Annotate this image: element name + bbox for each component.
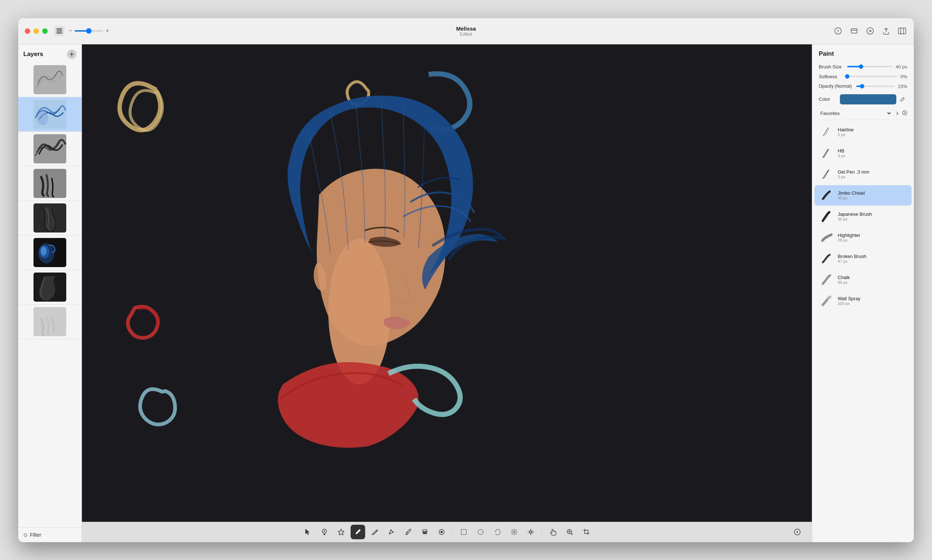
hb-brush-name: HB — [838, 148, 906, 154]
dropper-tool-button[interactable] — [401, 525, 415, 539]
fullscreen-button[interactable] — [42, 28, 48, 34]
zoom-slider[interactable]: − + — [69, 28, 109, 34]
softness-thumb — [845, 74, 849, 78]
svg-rect-4 — [851, 29, 857, 33]
svg-point-35 — [903, 111, 907, 115]
export-icon[interactable] — [881, 26, 891, 36]
star-tool-button[interactable] — [334, 525, 348, 539]
svg-rect-24 — [423, 531, 427, 534]
jimbo-chisel-brush-size: 40 px — [838, 196, 906, 200]
pencil-tool-button[interactable] — [367, 525, 382, 539]
close-button[interactable] — [25, 28, 30, 34]
brush-item-jimbo-chisel[interactable]: Jimbo Chisel 40 px — [814, 185, 912, 206]
brush-size-row: Brush Size 40 px — [812, 62, 914, 72]
hand-tool-button[interactable] — [546, 525, 560, 539]
hairline-brush-size: 2 px — [838, 132, 906, 137]
color-edit-button[interactable] — [898, 95, 907, 104]
crop-tool-button[interactable] — [579, 525, 594, 539]
layer-item[interactable] — [18, 305, 82, 339]
window-icon[interactable] — [849, 26, 859, 36]
highlighter-brush-name: Highlighter — [838, 232, 906, 238]
japanese-brush-info: Japanese Brush 35 px — [838, 211, 906, 221]
favorites-dropdown[interactable]: Favorites — [819, 110, 892, 117]
transform-tool-button[interactable] — [524, 525, 538, 539]
svg-rect-11 — [34, 169, 66, 198]
hairline-brush-info: Hairline 2 px — [838, 127, 906, 137]
panels-icon[interactable] — [897, 26, 907, 36]
hairline-brush-name: Hairline — [838, 127, 906, 132]
highlighter-brush-size: 28 px — [838, 238, 906, 242]
zoom-minus-icon[interactable]: − — [69, 28, 72, 34]
broken-brush-size: 47 px — [838, 259, 906, 263]
zoom-plus-icon[interactable]: + — [106, 28, 109, 34]
ellipse-select-tool-button[interactable] — [473, 525, 488, 539]
softness-slider[interactable] — [847, 76, 897, 77]
layer-item[interactable] — [18, 270, 82, 305]
brush-item-highlighter[interactable]: Highlighter 28 px — [814, 228, 912, 248]
brush-item-japanese-brush[interactable]: Japanese Brush 35 px — [814, 206, 912, 227]
svg-point-31 — [530, 531, 532, 533]
share-menu-icon[interactable] — [865, 26, 875, 36]
minimize-button[interactable] — [34, 28, 39, 34]
broken-brush-icon — [820, 252, 833, 265]
lasso-tool-button[interactable] — [490, 525, 505, 539]
hairline-brush-icon — [820, 126, 833, 138]
svg-point-27 — [441, 531, 443, 533]
layer-item[interactable] — [18, 201, 82, 235]
fill-tool-button[interactable] — [317, 525, 332, 539]
highlighter-brush-info: Highlighter 28 px — [838, 232, 906, 242]
hb-brush-icon — [820, 147, 833, 160]
brush-size-label: Brush Size — [819, 64, 844, 69]
layer-thumbnail — [34, 307, 66, 336]
more-options-icon[interactable] — [790, 525, 804, 539]
layer-item[interactable] — [18, 132, 82, 166]
sidebar-toggle-button[interactable] — [54, 26, 65, 36]
opacity-value: 15% — [898, 84, 907, 89]
favorites-nav[interactable] — [894, 110, 907, 117]
paint-panel: Paint Brush Size 40 px Softness 0% — [812, 45, 914, 542]
layer-item[interactable] — [18, 97, 82, 132]
titlebar-center: Melissa Edited — [456, 25, 476, 37]
layer-item[interactable] — [18, 166, 82, 201]
layer-thumbnail — [34, 238, 66, 267]
zoom-range-input[interactable] — [74, 30, 103, 32]
color-swatch[interactable] — [840, 94, 896, 105]
chalk-brush-icon — [820, 273, 833, 286]
brush-item-chalk[interactable]: Chalk 60 px — [814, 270, 912, 290]
softness-label: Softness — [819, 74, 844, 79]
broken-brush-name: Broken Brush — [838, 254, 906, 259]
add-layer-button[interactable] — [67, 49, 77, 59]
brush-item-gel-pen[interactable]: Gel Pen .3 mm 3 px — [814, 164, 912, 185]
titlebar-right-icons — [833, 26, 907, 36]
brush-item-broken-brush[interactable]: Broken Brush 47 px — [814, 249, 912, 269]
layers-panel: Layers — [18, 45, 82, 542]
paint-brush-tool-button[interactable] — [351, 525, 365, 539]
select-tool-button[interactable] — [300, 525, 315, 539]
brush-item-hairline[interactable]: Hairline 2 px — [814, 122, 912, 142]
layer-thumbnail — [34, 65, 66, 94]
titlebar: − + Melissa Edited — [18, 18, 914, 45]
filter-button[interactable]: ⊙ Filter — [18, 527, 82, 542]
paint-panel-header: Paint — [812, 45, 914, 62]
toolbar-options-button[interactable] — [790, 525, 804, 539]
rect-select-tool-button[interactable] — [456, 525, 471, 539]
broken-brush-info: Broken Brush 47 px — [838, 254, 906, 263]
brush-item-hb[interactable]: HB 3 px — [814, 143, 912, 163]
jimbo-chisel-brush-name: Jimbo Chisel — [838, 190, 906, 196]
burn-tool-button[interactable] — [434, 525, 449, 539]
softness-value: 0% — [900, 74, 907, 79]
zoom-tool-button[interactable] — [562, 525, 577, 539]
smudge-tool-button[interactable] — [417, 525, 432, 539]
info-icon[interactable] — [833, 26, 843, 36]
jimbo-chisel-brush-info: Jimbo Chisel 40 px — [838, 190, 906, 200]
layer-item[interactable] — [18, 235, 82, 270]
magic-wand-tool-button[interactable] — [507, 525, 521, 539]
brush-item-wall-spray[interactable]: Wall Spray 200 px — [814, 291, 912, 311]
thin-pen-tool-button[interactable] — [384, 525, 399, 539]
chalk-brush-info: Chalk 60 px — [838, 275, 906, 285]
brush-size-slider[interactable] — [847, 66, 893, 67]
opacity-slider[interactable] — [856, 86, 895, 87]
document-title: Melissa — [456, 25, 476, 32]
canvas-area[interactable] — [82, 45, 812, 542]
layer-item[interactable] — [18, 63, 82, 97]
